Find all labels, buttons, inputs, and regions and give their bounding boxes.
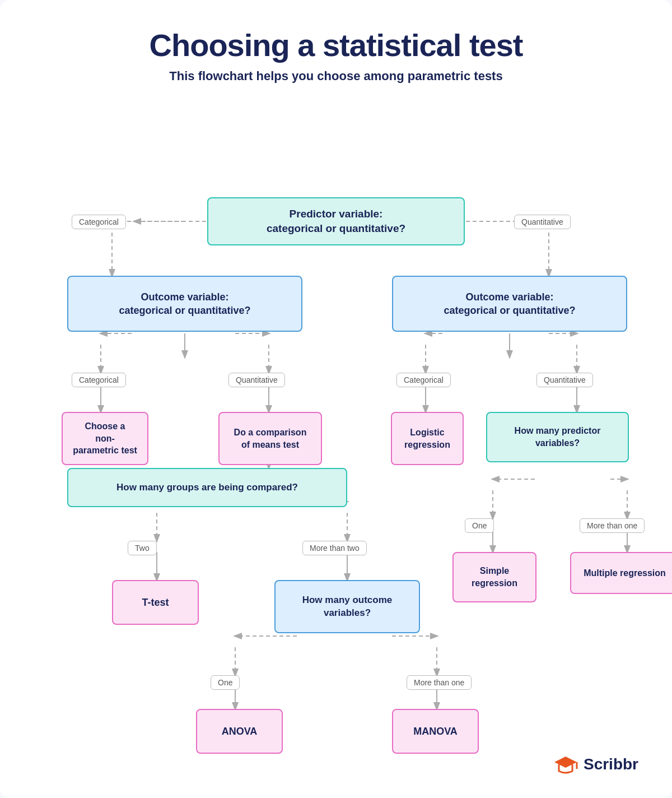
two-label: Two — [128, 541, 157, 555]
multiple-regression-box: Multiple regression — [570, 552, 672, 594]
flowchart: Predictor variable: categorical or quant… — [34, 110, 638, 755]
predictor-box: Predictor variable: categorical or quant… — [207, 197, 465, 245]
page: Choosing a statistical test This flowcha… — [0, 0, 672, 798]
comparison-means-box: Do a comparison of means test — [218, 412, 322, 465]
more-than-one-outcome-label: More than one — [407, 675, 472, 690]
outcome-right-box: Outcome variable: categorical or quantit… — [392, 276, 627, 332]
categorical-top-label: Categorical — [72, 215, 126, 229]
more-than-one-predictor-label: More than one — [580, 518, 645, 533]
svg-marker-38 — [554, 757, 577, 768]
page-title: Choosing a statistical test — [34, 27, 638, 63]
how-many-outcome-box: How many outcome variables? — [274, 580, 420, 633]
categorical-left-label: Categorical — [72, 373, 126, 387]
one-predictor-label: One — [465, 518, 494, 533]
manova-box: MANOVA — [392, 709, 479, 754]
more-than-two-label: More than two — [302, 541, 367, 555]
quantitative-right-label: Quantitative — [536, 373, 593, 387]
non-parametric-box: Choose a non-parametric test — [62, 412, 148, 465]
quantitative-top-label: Quantitative — [514, 215, 571, 229]
outcome-left-box: Outcome variable: categorical or quantit… — [67, 276, 302, 332]
scribbr-logo: Scribbr — [553, 752, 638, 777]
quantitative-left-label: Quantitative — [228, 373, 285, 387]
logistic-regression-box: Logistic regression — [391, 412, 464, 465]
scribbr-name: Scribbr — [584, 755, 638, 773]
anova-box: ANOVA — [196, 709, 283, 754]
t-test-box: T-test — [112, 580, 199, 625]
how-many-predictor-box: How many predictor variables? — [486, 412, 629, 462]
simple-regression-box: Simple regression — [452, 552, 536, 602]
one-outcome-label: One — [211, 675, 240, 690]
page-subtitle: This flowchart helps you choose among pa… — [34, 69, 638, 83]
categorical-right-label: Categorical — [396, 373, 451, 387]
how-many-groups-box: How many groups are being compared? — [67, 468, 347, 507]
scribbr-icon — [553, 752, 578, 777]
